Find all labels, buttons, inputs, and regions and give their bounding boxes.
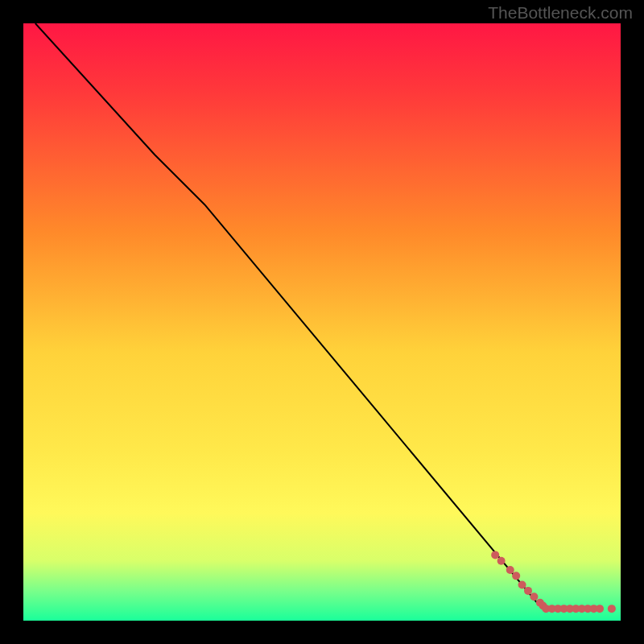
data-marker <box>596 605 604 613</box>
attribution-label: TheBottleneck.com <box>488 3 633 23</box>
plot-area <box>23 23 621 621</box>
data-marker <box>518 580 526 588</box>
chart-svg <box>23 23 621 621</box>
data-marker <box>506 566 514 574</box>
data-marker <box>524 587 532 595</box>
gradient-background <box>23 23 621 621</box>
data-marker <box>497 557 506 565</box>
data-marker <box>512 572 520 580</box>
data-marker <box>530 592 538 601</box>
chart-container: TheBottleneck.com <box>0 0 644 644</box>
data-marker <box>491 551 499 559</box>
data-marker <box>608 605 616 613</box>
